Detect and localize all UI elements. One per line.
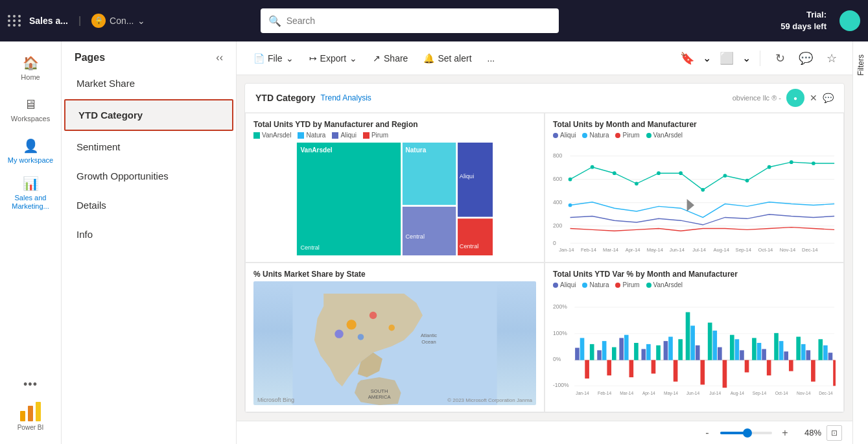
treemap-svg: VanArsdel Central Natura Central A — [253, 143, 536, 255]
workspace-selector[interactable]: 🔒 Con... ⌄ — [91, 14, 145, 28]
topbar: Sales a... | 🔒 Con... ⌄ 🔍 Trial: 59 days… — [0, 0, 868, 41]
page-item-sentiment[interactable]: Sentiment — [62, 132, 236, 161]
line-legend-vanarsdel: VanArsdel — [646, 132, 683, 139]
filters-label[interactable]: Filters — [854, 52, 868, 78]
bookmark-button[interactable]: 🔖 — [677, 48, 698, 69]
home-icon: 🏠 — [23, 55, 39, 71]
export-button[interactable]: ↦ Export ⌄ — [303, 49, 364, 67]
svg-rect-73 — [629, 360, 634, 378]
apps-icon[interactable] — [8, 15, 21, 27]
svg-text:Dec-14: Dec-14 — [819, 391, 833, 395]
svg-text:400: 400 — [553, 199, 562, 205]
svg-rect-63 — [575, 348, 580, 360]
svg-rect-2 — [36, 402, 41, 421]
svg-rect-90 — [723, 360, 727, 388]
refresh-button[interactable]: ↻ — [769, 48, 790, 69]
svg-text:Aug-14: Aug-14 — [713, 247, 729, 253]
svg-point-27 — [745, 179, 749, 183]
zoom-percent: 48% — [798, 428, 821, 438]
pages-panel: Pages ‹‹ Market Share YTD Category Senti… — [62, 41, 237, 444]
svg-rect-93 — [740, 350, 744, 360]
search-icon: 🔍 — [268, 15, 281, 27]
svg-text:Mar-14: Mar-14 — [603, 247, 618, 253]
legend-pirum-color — [363, 132, 369, 139]
sidebar-item-workspaces[interactable]: 🖥 Workspaces — [5, 91, 56, 130]
svg-rect-77 — [651, 360, 656, 374]
svg-rect-74 — [634, 343, 639, 360]
zoom-fit-button[interactable]: ⊡ — [827, 425, 842, 441]
svg-text:600: 600 — [553, 176, 562, 182]
treemap-central[interactable] — [403, 207, 456, 255]
svg-rect-103 — [796, 337, 801, 360]
zoom-out-button[interactable]: - — [699, 425, 715, 441]
bar-chart-body: 200% 100% 0% -100% — [553, 292, 836, 405]
svg-rect-105 — [806, 350, 811, 360]
page-item-info[interactable]: Info — [62, 220, 236, 249]
legend-natura-color — [298, 132, 304, 139]
more-button[interactable]: ... — [481, 49, 502, 67]
svg-point-24 — [679, 171, 683, 175]
svg-point-47 — [369, 312, 377, 319]
star-button[interactable]: ☆ — [821, 48, 842, 69]
report-brand: obvience llc ® - — [733, 94, 781, 102]
sidebar-item-sales[interactable]: 📊 Sales and Marketing... — [5, 174, 56, 213]
page-label-info: Info — [76, 229, 93, 240]
report-area: YTD Category Trend Analysis obvience llc… — [237, 75, 852, 421]
user-avatar[interactable] — [839, 10, 860, 31]
trial-days: 59 days left — [780, 21, 827, 32]
line-chart-body: 800 600 400 200 0 — [553, 143, 836, 255]
treemap-pirum[interactable] — [458, 218, 493, 255]
svg-text:Oct-14: Oct-14 — [775, 391, 788, 395]
zoom-slider-thumb[interactable] — [743, 428, 752, 438]
sidebar-my-workspace-label: My workspace — [8, 156, 53, 165]
page-label-details: Details — [76, 200, 106, 211]
page-item-market-share[interactable]: Market Share — [62, 69, 236, 98]
bar-legend-natura-label: Natura — [589, 281, 609, 288]
bell-icon: 🔔 — [423, 53, 434, 64]
report-logo: ● — [786, 89, 804, 107]
page-item-ytd-category[interactable]: YTD Category — [64, 99, 233, 131]
map-panel: % Units Market Share by State — [245, 263, 545, 412]
search-input[interactable] — [287, 16, 551, 26]
legend-pirum: Pirum — [363, 132, 388, 139]
close-report-icon[interactable]: ✕ — [810, 93, 817, 103]
bar-chart-title: Total Units YTD Var % by Month and Manuf… — [553, 270, 836, 279]
svg-text:-100%: -100% — [553, 382, 569, 388]
comment-report-icon[interactable]: 💬 — [823, 93, 834, 103]
pages-collapse-button[interactable]: ‹‹ — [216, 52, 223, 64]
view-button[interactable]: ⬜ — [716, 48, 737, 69]
app-name: Sales a... — [29, 16, 68, 26]
sidebar-more-dots[interactable]: ••• — [23, 378, 38, 391]
svg-rect-71 — [619, 338, 624, 360]
svg-rect-99 — [774, 333, 779, 360]
sidebar-item-my-workspace[interactable]: 👤 My workspace — [5, 132, 56, 171]
treemap-vanarsdel[interactable] — [297, 143, 401, 255]
report-header: YTD Category Trend Analysis obvience llc… — [245, 84, 844, 113]
map-title: % Units Market Share by State — [253, 270, 536, 279]
page-item-growth-opportunities[interactable]: Growth Opportunities — [62, 161, 236, 191]
report-title: YTD Category — [255, 93, 316, 103]
file-button[interactable]: 📄 File ⌄ — [247, 49, 300, 67]
page-item-details[interactable]: Details — [62, 191, 236, 220]
svg-text:Central: Central — [300, 244, 319, 251]
search-box[interactable]: 🔍 — [261, 8, 559, 33]
zoom-in-button[interactable]: + — [777, 425, 793, 441]
comment-button[interactable]: 💬 — [795, 48, 816, 69]
svg-rect-1 — [28, 406, 33, 421]
legend-aliqui-label: Aliqui — [340, 132, 356, 139]
zoom-slider[interactable] — [720, 432, 772, 434]
svg-text:200%: 200% — [553, 303, 567, 310]
svg-text:0%: 0% — [553, 356, 561, 362]
sidebar-item-home[interactable]: 🏠 Home — [5, 49, 56, 88]
charts-grid: Total Units YTD by Manufacturer and Regi… — [245, 113, 844, 412]
svg-text:Atlantic: Atlantic — [421, 333, 437, 338]
share-button[interactable]: ↗ Share — [366, 49, 414, 67]
svg-text:Aliqui: Aliqui — [460, 173, 474, 180]
set-alert-button[interactable]: 🔔 Set alert — [417, 49, 478, 67]
svg-rect-70 — [612, 347, 616, 360]
svg-rect-92 — [735, 339, 740, 360]
file-label: File — [268, 53, 283, 64]
treemap-aliqui[interactable] — [458, 143, 493, 216]
svg-rect-100 — [779, 341, 784, 360]
bar-chart-svg: 200% 100% 0% -100% — [553, 292, 836, 405]
